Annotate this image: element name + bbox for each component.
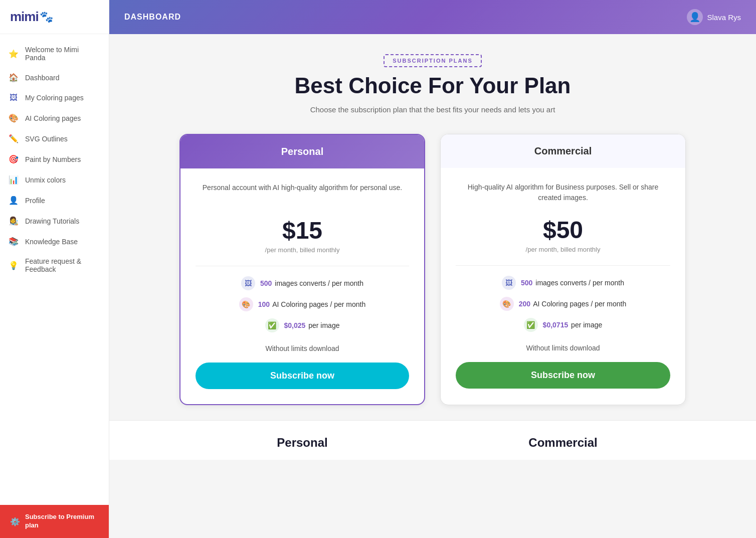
image-icon: 🖼	[502, 276, 516, 290]
no-limit-commercial: Without limits download	[456, 344, 670, 352]
nav-label-welcome: Welcome to Mimi Panda	[25, 46, 101, 62]
comparison-header: Personal Commercial	[139, 436, 726, 450]
nav-icon-welcome: ⭐	[8, 49, 19, 59]
subscription-badge: SUBSCRIPTION PLANS	[384, 54, 481, 67]
sidebar-item-ai-coloring[interactable]: 🎨 AI Coloring pages	[0, 108, 109, 128]
nav-label-paint-numbers: Paint by Numbers	[25, 155, 81, 163]
sidebar-item-svg-outlines[interactable]: ✏️ SVG Outlines	[0, 128, 109, 149]
nav-label-knowledge: Knowledge Base	[25, 238, 78, 246]
settings-icon: ⚙️	[10, 517, 20, 526]
sidebar-item-drawing[interactable]: 👩‍🎨 Drawing Tutorials	[0, 211, 109, 231]
subscribe-premium-label: Subscribe to Premium plan	[25, 513, 99, 530]
subscribe-commercial-button[interactable]: Subscribe now	[456, 362, 670, 389]
price-icon: ✅	[524, 318, 538, 332]
plan-description-personal: Personal account with AI high-quality al…	[196, 183, 409, 207]
plan-features-commercial: 🖼 500 images converts / per month 🎨 200 …	[456, 276, 670, 332]
plan-body-commercial: High-quality AI algorithm for Business p…	[441, 168, 685, 404]
plan-body-personal: Personal account with AI high-quality al…	[180, 168, 424, 404]
feature-item: 🖼 500 images converts / per month	[456, 276, 670, 290]
plan-card-commercial: Commercial High-quality AI algorithm for…	[440, 134, 686, 405]
plan-billing-commercial: /per month, billed monthly	[456, 246, 670, 253]
feature-item: ✅ $0,0715 per image	[456, 318, 670, 332]
plan-header-personal: Personal	[180, 135, 424, 168]
plan-description-commercial: High-quality AI algorithm for Business p…	[456, 182, 670, 206]
sidebar-item-my-coloring[interactable]: 🖼 My Coloring pages	[0, 88, 109, 108]
comparison-col-personal: Personal	[179, 436, 425, 450]
feature-item: 🎨 100 AI Coloring pages / per month	[196, 297, 409, 311]
nav-label-feedback: Feature request & Feedback	[25, 257, 101, 273]
logo: mimi 🐾	[0, 0, 109, 34]
sidebar: mimi 🐾 ⭐ Welcome to Mimi Panda 🏠 Dashboa…	[0, 0, 109, 538]
feature-item: ✅ $0,025 per image	[196, 318, 409, 332]
nav-icon-unmix-colors: 📊	[8, 175, 19, 185]
plan-features-personal: 🖼 500 images converts / per month 🎨 100 …	[196, 276, 409, 332]
sidebar-item-profile[interactable]: 👤 Profile	[0, 190, 109, 211]
plan-price-personal: $15	[196, 217, 409, 244]
logo-icon: 🐾	[40, 11, 53, 24]
subscribe-personal-button[interactable]: Subscribe now	[196, 363, 409, 389]
nav-icon-knowledge: 📚	[8, 237, 19, 246]
plan-billing-personal: /per month, billed monthly	[196, 246, 409, 254]
sidebar-item-knowledge[interactable]: 📚 Knowledge Base	[0, 231, 109, 252]
sidebar-item-paint-numbers[interactable]: 🎯 Paint by Numbers	[0, 149, 109, 169]
main-content: DASHBOARD 👤 Slava Rys SUBSCRIPTION PLANS…	[109, 0, 756, 538]
nav-icon-svg-outlines: ✏️	[8, 134, 19, 143]
sidebar-item-unmix-colors[interactable]: 📊 Unmix colors	[0, 169, 109, 190]
sidebar-nav: ⭐ Welcome to Mimi Panda 🏠 Dashboard 🖼 My…	[0, 34, 109, 505]
nav-label-my-coloring: My Coloring pages	[25, 94, 84, 102]
nav-icon-drawing: 👩‍🎨	[8, 216, 19, 226]
nav-label-unmix-colors: Unmix colors	[25, 176, 66, 184]
user-name: Slava Rys	[707, 13, 741, 22]
nav-label-ai-coloring: AI Coloring pages	[25, 114, 81, 122]
nav-icon-paint-numbers: 🎯	[8, 154, 19, 164]
nav-label-svg-outlines: SVG Outlines	[25, 135, 68, 143]
subscription-title: Best Choice For Your Plan	[139, 73, 726, 98]
nav-icon-dashboard: 🏠	[8, 73, 19, 82]
logo-text: mimi	[10, 9, 39, 25]
header: DASHBOARD 👤 Slava Rys	[109, 0, 756, 34]
ai-icon: 🎨	[239, 297, 253, 311]
sidebar-item-dashboard[interactable]: 🏠 Dashboard	[0, 67, 109, 88]
ai-icon: 🎨	[500, 297, 514, 311]
feature-item: 🎨 200 AI Coloring pages / per month	[456, 297, 670, 311]
user-menu[interactable]: 👤 Slava Rys	[687, 9, 741, 25]
plan-price-commercial: $50	[456, 216, 670, 244]
comparison-col-commercial: Commercial	[440, 436, 686, 450]
user-avatar: 👤	[687, 9, 703, 25]
sidebar-item-feedback[interactable]: 💡 Feature request & Feedback	[0, 252, 109, 279]
nav-icon-my-coloring: 🖼	[8, 93, 19, 102]
nav-icon-profile: 👤	[8, 196, 19, 205]
comparison-section: Personal Commercial	[109, 420, 756, 460]
no-limit-personal: Without limits download	[196, 344, 409, 352]
feature-item: 🖼 500 images converts / per month	[196, 276, 409, 290]
plan-name-commercial: Commercial	[534, 145, 592, 156]
nav-label-dashboard: Dashboard	[25, 74, 60, 82]
image-icon: 🖼	[241, 276, 255, 290]
subscription-subtitle: Choose the subscription plan that the be…	[139, 105, 726, 114]
subscribe-premium-button[interactable]: ⚙️ Subscribe to Premium plan	[0, 505, 109, 538]
content-area: SUBSCRIPTION PLANS Best Choice For Your …	[109, 34, 756, 538]
plan-card-personal: Personal Personal account with AI high-q…	[179, 134, 425, 405]
header-title: DASHBOARD	[124, 13, 181, 22]
plan-name-personal: Personal	[281, 146, 323, 157]
nav-label-drawing: Drawing Tutorials	[25, 217, 79, 225]
nav-icon-feedback: 💡	[8, 261, 19, 270]
nav-icon-ai-coloring: 🎨	[8, 113, 19, 123]
subscription-label: SUBSCRIPTION PLANS	[139, 54, 726, 67]
plan-header-commercial: Commercial	[441, 134, 685, 168]
plans-container: Personal Personal account with AI high-q…	[139, 134, 726, 405]
price-icon: ✅	[265, 318, 279, 332]
sidebar-item-welcome[interactable]: ⭐ Welcome to Mimi Panda	[0, 40, 109, 67]
nav-label-profile: Profile	[25, 197, 45, 205]
